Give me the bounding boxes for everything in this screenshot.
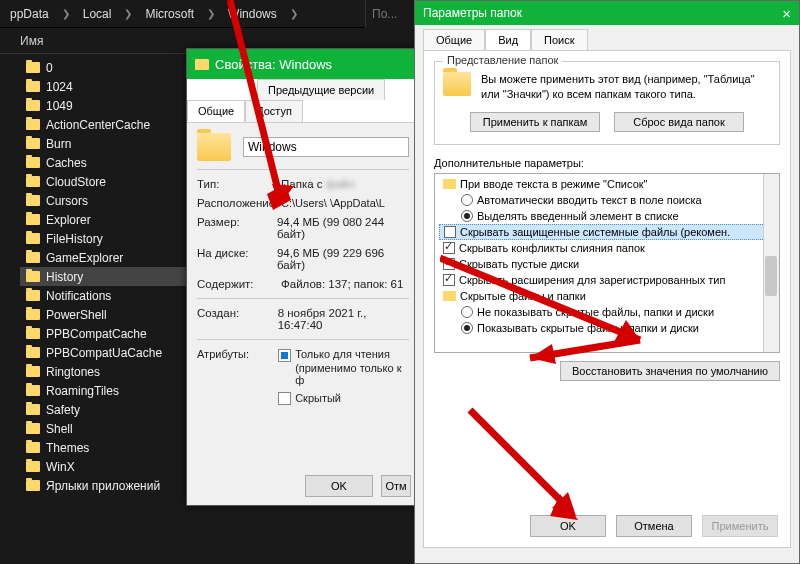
folder-label: CloudStore xyxy=(46,175,106,189)
chevron-right-icon: ❯ xyxy=(56,4,76,23)
breadcrumb-seg[interactable]: ppData xyxy=(4,3,55,25)
folder-label: Themes xyxy=(46,441,89,455)
tab-previous-versions[interactable]: Предыдущие версии xyxy=(257,79,385,100)
folder-icon xyxy=(26,461,40,472)
tab-search[interactable]: Поиск xyxy=(531,29,587,50)
folder-label: Notifications xyxy=(46,289,111,303)
folder-icon xyxy=(26,404,40,415)
dialog-title: Параметры папок xyxy=(423,6,522,20)
scrollbar-thumb[interactable] xyxy=(765,256,777,296)
folder-label: 1049 xyxy=(46,99,73,113)
label-created: Создан: xyxy=(197,307,278,331)
apply-to-folders-button[interactable]: Применить к папкам xyxy=(470,112,600,132)
checkbox-hidden[interactable] xyxy=(278,392,291,405)
label-advanced: Дополнительные параметры: xyxy=(434,157,780,169)
folder-label: PPBCompatUaCache xyxy=(46,346,162,360)
folder-icon xyxy=(26,214,40,225)
restore-defaults-button[interactable]: Восстановить значения по умолчанию xyxy=(560,361,780,381)
tab-general[interactable]: Общие xyxy=(423,29,485,50)
folder-label: ActionCenterCache xyxy=(46,118,150,132)
advanced-settings-tree[interactable]: При вводе текста в режиме "Список" Автом… xyxy=(434,173,780,353)
folder-label: 1024 xyxy=(46,80,73,94)
folder-label: Explorer xyxy=(46,213,91,227)
ok-button[interactable]: OK xyxy=(305,475,373,497)
search-input[interactable]: По... xyxy=(365,0,420,28)
reset-folders-button[interactable]: Сброс вида папок xyxy=(614,112,744,132)
breadcrumb-seg[interactable]: Microsoft xyxy=(139,3,200,25)
breadcrumb[interactable]: ppData❯ Local❯ Microsoft❯ Windows❯ xyxy=(0,0,420,28)
radio[interactable] xyxy=(461,194,473,206)
folder-icon xyxy=(26,119,40,130)
label-size-on-disk: На диске: xyxy=(197,247,277,271)
folder-icon xyxy=(443,291,456,301)
folder-icon xyxy=(26,176,40,187)
tab-view[interactable]: Вид xyxy=(485,29,531,50)
folder-icon xyxy=(26,81,40,92)
folder-icon xyxy=(26,347,40,358)
checkbox[interactable] xyxy=(443,242,455,254)
folder-icon xyxy=(26,195,40,206)
tab-general[interactable]: Общие xyxy=(187,100,245,122)
ok-button[interactable]: OK xyxy=(530,515,606,537)
cancel-button[interactable]: Отм xyxy=(381,475,411,497)
folder-label: RoamingTiles xyxy=(46,384,119,398)
folder-label: Safety xyxy=(46,403,80,417)
label-location: Расположение: xyxy=(197,197,281,209)
folder-label: Cursors xyxy=(46,194,88,208)
folder-label: PPBCompatCache xyxy=(46,327,147,341)
folder-icon xyxy=(26,480,40,491)
folder-icon xyxy=(26,328,40,339)
folder-label: GameExplorer xyxy=(46,251,123,265)
folder-label: History xyxy=(46,270,83,284)
label-type: Тип: xyxy=(197,178,281,190)
column-name[interactable]: Имя xyxy=(20,34,400,48)
breadcrumb-seg[interactable]: Local xyxy=(77,3,118,25)
folder-icon xyxy=(26,100,40,111)
folder-icon xyxy=(26,157,40,168)
dialog-titlebar[interactable]: Параметры папок × xyxy=(415,1,799,25)
label-size: Размер: xyxy=(197,216,277,240)
tab-sharing[interactable]: Доступ xyxy=(245,100,303,122)
folder-label: Caches xyxy=(46,156,87,170)
folder-icon xyxy=(195,59,209,70)
folder-name-field[interactable] xyxy=(243,137,409,157)
folder-icon xyxy=(443,72,471,96)
apply-button[interactable]: Применить xyxy=(702,515,778,537)
folder-icon xyxy=(26,366,40,377)
checkbox[interactable] xyxy=(443,274,455,286)
folder-icon xyxy=(26,252,40,263)
folder-icon xyxy=(26,385,40,396)
checkbox[interactable] xyxy=(443,258,455,270)
folder-icon xyxy=(26,442,40,453)
folder-icon xyxy=(197,133,231,161)
folder-icon xyxy=(443,179,456,189)
label-contains: Содержит: xyxy=(197,278,281,290)
folder-label: Burn xyxy=(46,137,71,151)
cancel-button[interactable]: Отмена xyxy=(616,515,692,537)
chevron-right-icon: ❯ xyxy=(201,4,221,23)
folder-icon xyxy=(26,62,40,73)
radio-show-hidden[interactable] xyxy=(461,322,473,334)
properties-dialog: Свойства: Windows Предыдущие версии Общи… xyxy=(186,48,420,506)
folder-icon xyxy=(26,271,40,282)
checkbox-readonly[interactable] xyxy=(278,349,291,362)
folder-label: FileHistory xyxy=(46,232,103,246)
folder-label: Ярлыки приложений xyxy=(46,479,160,493)
radio[interactable] xyxy=(461,210,473,222)
dialog-titlebar[interactable]: Свойства: Windows xyxy=(187,49,419,79)
scrollbar[interactable] xyxy=(763,174,779,352)
breadcrumb-seg[interactable]: Windows xyxy=(222,3,283,25)
radio[interactable] xyxy=(461,306,473,318)
checkbox-hide-protected[interactable] xyxy=(444,226,456,238)
folder-label: Shell xyxy=(46,422,73,436)
folder-icon xyxy=(26,423,40,434)
label-attributes: Атрибуты: xyxy=(197,348,278,405)
dialog-title: Свойства: Windows xyxy=(215,57,332,72)
group-folder-views: Представление папок xyxy=(443,54,562,66)
folder-label: Ringtones xyxy=(46,365,100,379)
chevron-right-icon: ❯ xyxy=(118,4,138,23)
folder-icon xyxy=(26,138,40,149)
chevron-right-icon: ❯ xyxy=(284,4,304,23)
folder-icon xyxy=(26,290,40,301)
close-icon[interactable]: × xyxy=(782,5,791,22)
